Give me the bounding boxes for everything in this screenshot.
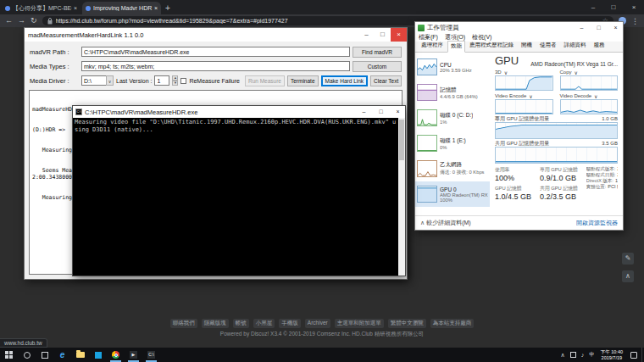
fewer-details-button[interactable]: ∧較少詳細資料(M) <box>420 219 471 227</box>
ime-language-indicator[interactable]: 中 <box>586 351 597 359</box>
taskbar-store[interactable] <box>89 348 107 362</box>
task-manager-window: 工作管理員 – □ × 檔案(F) 選項(O) 檢視(V) 處理程序 效能 應用… <box>414 21 624 231</box>
maximize-icon[interactable]: □ <box>591 22 606 33</box>
close-icon[interactable]: × <box>391 28 407 42</box>
footer-link[interactable]: 小黑屋 <box>253 319 275 328</box>
last-version-input[interactable] <box>154 75 169 86</box>
float-top-button[interactable]: ∧ <box>622 270 634 282</box>
footer-link[interactable]: 主選單和附加選單 <box>335 319 384 328</box>
stat-label: GPU 記憶體 <box>495 185 531 192</box>
terminate-button[interactable]: Terminate <box>287 75 319 86</box>
browser-tab-1[interactable]: 【心得分享】MPC-BE+LAV5+m... × <box>2 2 80 14</box>
app-titlebar[interactable]: madMeasurementMakerHardLink 1.1 0.0 – □ … <box>25 28 407 42</box>
close-icon[interactable]: × <box>608 22 623 33</box>
sidebar-item-gpu0[interactable]: GPU 0 AMD Radeon(TM) RX... 100% <box>415 181 490 207</box>
tab-details[interactable]: 詳細資料 <box>561 40 590 52</box>
float-reply-button[interactable]: ✎ <box>622 253 634 265</box>
gpu-panel-subtitle: AMD Radeon(TM) RX Vega 11 Gr... <box>530 61 618 67</box>
sidebar-item-disk1[interactable]: 磁碟 1 (E:)0% <box>415 131 490 156</box>
chrome-icon <box>112 351 119 359</box>
minimize-icon[interactable]: – <box>575 22 589 33</box>
tab-users[interactable]: 使用者 <box>536 40 560 52</box>
task-view-button[interactable] <box>36 348 53 362</box>
gpu-stats: 使用率 100% GPU 記憶體 1.0/4.5 GB 專用 GPU 記憶體 0… <box>495 166 618 203</box>
taskbar-edge[interactable]: e <box>53 348 71 362</box>
chevron-down-icon[interactable]: ∨ <box>529 93 532 99</box>
taskbar-console[interactable]: C:\ <box>142 348 160 362</box>
search-button[interactable] <box>18 348 36 362</box>
forward-icon[interactable]: → <box>18 14 25 27</box>
maximize-icon[interactable]: □ <box>603 0 624 14</box>
footer-link[interactable]: Archiver <box>305 319 330 328</box>
tab-app-history[interactable]: 應用程式歷程記錄 <box>466 40 517 52</box>
tab-title: 【心得分享】MPC-BE+LAV5+m... <box>13 4 72 13</box>
stat-value: 0.9/1.0 GB <box>540 174 578 182</box>
sidebar-item-name: GPU 0 <box>440 187 488 192</box>
engine-chart-label: 3D <box>495 70 502 75</box>
tab-close-icon[interactable]: × <box>74 5 77 11</box>
madvr-path-input[interactable] <box>81 47 350 57</box>
tab-processes[interactable]: 處理程序 <box>418 40 447 52</box>
taskbar-chrome[interactable] <box>107 348 125 362</box>
sidebar-item-cpu[interactable]: CPU20% 3.59 GHz <box>415 54 490 80</box>
sidebar-item-disk0[interactable]: 磁碟 0 (C: D:)1% <box>415 105 490 131</box>
taskbar-file-explorer[interactable] <box>71 348 89 362</box>
scrollbar-thumb[interactable] <box>399 120 404 160</box>
tab-performance[interactable]: 效能 <box>447 41 465 53</box>
footer-link[interactable]: 手機版 <box>279 319 301 328</box>
footer-link[interactable]: 聯絡我們 <box>170 319 197 328</box>
clear-text-button[interactable]: Clear Text <box>370 75 402 86</box>
minimize-icon[interactable]: – <box>357 106 371 118</box>
tray-chevron-icon[interactable]: ∧ <box>558 352 568 359</box>
edge-icon: e <box>60 350 65 359</box>
forum-copyright: Powered by Discuz! X3.4 © 2001-2019 Coms… <box>0 331 644 338</box>
sidebar-item-memory[interactable]: 記憶體4.4/6.9 GB (64%) <box>415 80 490 105</box>
media-types-input[interactable] <box>81 61 350 71</box>
shared-gpu-memory-chart <box>495 147 618 164</box>
network-icon[interactable] <box>570 352 576 358</box>
refresh-icon[interactable]: ↻ <box>31 14 37 27</box>
open-resource-monitor-link[interactable]: 開啟資源監視器 <box>576 219 618 227</box>
stat-label: 專用 GPU 記憶體 <box>540 166 578 174</box>
remeasure-checkbox[interactable] <box>180 78 186 84</box>
taskbar-media-player[interactable]: ▶ <box>125 348 142 362</box>
custom-button[interactable]: Custom <box>353 61 402 72</box>
footer-link[interactable]: 為本站支持廠商 <box>430 319 475 328</box>
back-icon[interactable]: ← <box>5 14 13 27</box>
tab-services[interactable]: 服務 <box>591 40 608 52</box>
chevron-down-icon[interactable]: ∨ <box>504 70 508 75</box>
start-button[interactable] <box>0 348 18 362</box>
maximize-icon[interactable]: □ <box>374 106 388 118</box>
maximize-icon[interactable]: □ <box>375 28 391 42</box>
dropdown-arrow-icon[interactable]: ∨ <box>106 75 114 86</box>
run-measure-button[interactable]: Run Measure <box>245 75 285 86</box>
version-stepper[interactable]: ▲▼ <box>172 75 178 86</box>
tab-startup[interactable]: 開機 <box>518 40 536 52</box>
chevron-down-icon[interactable]: ∨ <box>594 93 597 99</box>
minimize-icon[interactable]: – <box>358 28 375 42</box>
taskbar-clock[interactable]: 下午 10:40 2019/7/19 <box>597 349 626 360</box>
engine-chart-label: Copy <box>560 70 572 75</box>
action-center-icon[interactable] <box>630 352 637 359</box>
close-icon[interactable]: × <box>391 106 405 118</box>
console-scrollbar[interactable] <box>398 118 405 276</box>
footer-link[interactable]: 繁體中文瀏覽 <box>388 319 426 328</box>
make-hard-link-button[interactable]: Make Hard Link <box>321 75 369 86</box>
close-icon[interactable]: × <box>624 0 644 14</box>
footer-link[interactable]: 帳號 <box>233 319 249 328</box>
chevron-down-icon[interactable]: ∨ <box>575 70 578 75</box>
engine-chart-label: Video Decode <box>560 93 592 98</box>
find-madvr-button[interactable]: Find madVR <box>353 47 402 58</box>
browser-tab-2[interactable]: Improving Madvr HDR to SD... × <box>82 2 161 14</box>
new-tab-button[interactable]: + <box>161 2 175 14</box>
browser-menu-icon[interactable]: ⋮ <box>631 17 639 25</box>
volume-icon[interactable]: ♪ <box>579 352 587 358</box>
tab-close-icon[interactable]: × <box>154 5 158 11</box>
sidebar-item-ethernet[interactable]: 乙太網路傳送: 0 接收: 0 Kbps <box>415 156 490 181</box>
desktop: 【心得分享】MPC-BE+LAV5+m... × Improving Madvr… <box>0 0 644 362</box>
task-manager-titlebar[interactable]: 工作管理員 – □ × <box>415 22 623 33</box>
minimize-icon[interactable]: – <box>583 0 603 14</box>
stepper-down-icon[interactable]: ▼ <box>172 81 178 86</box>
footer-link[interactable]: 隱藏版塊 <box>202 319 229 328</box>
console-titlebar[interactable]: C:\ C:\HTPC\madVR\madMeasureHDR.exe – □ … <box>73 106 405 118</box>
